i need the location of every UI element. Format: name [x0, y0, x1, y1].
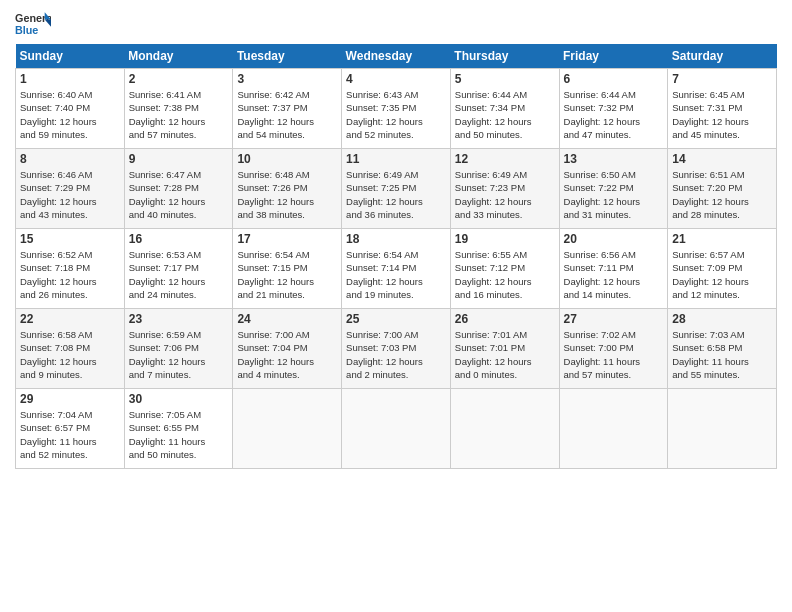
calendar-cell: 15Sunrise: 6:52 AM Sunset: 7:18 PM Dayli… [16, 229, 125, 309]
calendar-week-2: 8Sunrise: 6:46 AM Sunset: 7:29 PM Daylig… [16, 149, 777, 229]
day-number: 8 [20, 152, 120, 166]
col-header-saturday: Saturday [668, 44, 777, 69]
svg-text:Blue: Blue [15, 24, 38, 36]
day-detail: Sunrise: 6:53 AM Sunset: 7:17 PM Dayligh… [129, 248, 229, 301]
calendar-cell: 14Sunrise: 6:51 AM Sunset: 7:20 PM Dayli… [668, 149, 777, 229]
day-number: 7 [672, 72, 772, 86]
day-detail: Sunrise: 6:41 AM Sunset: 7:38 PM Dayligh… [129, 88, 229, 141]
calendar-cell: 19Sunrise: 6:55 AM Sunset: 7:12 PM Dayli… [450, 229, 559, 309]
day-detail: Sunrise: 7:03 AM Sunset: 6:58 PM Dayligh… [672, 328, 772, 381]
col-header-monday: Monday [124, 44, 233, 69]
calendar-cell: 16Sunrise: 6:53 AM Sunset: 7:17 PM Dayli… [124, 229, 233, 309]
day-detail: Sunrise: 6:59 AM Sunset: 7:06 PM Dayligh… [129, 328, 229, 381]
calendar-cell: 12Sunrise: 6:49 AM Sunset: 7:23 PM Dayli… [450, 149, 559, 229]
col-header-sunday: Sunday [16, 44, 125, 69]
calendar-cell: 6Sunrise: 6:44 AM Sunset: 7:32 PM Daylig… [559, 69, 668, 149]
day-detail: Sunrise: 6:54 AM Sunset: 7:14 PM Dayligh… [346, 248, 446, 301]
day-detail: Sunrise: 6:47 AM Sunset: 7:28 PM Dayligh… [129, 168, 229, 221]
day-detail: Sunrise: 6:44 AM Sunset: 7:32 PM Dayligh… [564, 88, 664, 141]
day-detail: Sunrise: 7:01 AM Sunset: 7:01 PM Dayligh… [455, 328, 555, 381]
day-number: 29 [20, 392, 120, 406]
calendar-cell: 29Sunrise: 7:04 AM Sunset: 6:57 PM Dayli… [16, 389, 125, 469]
day-detail: Sunrise: 6:58 AM Sunset: 7:08 PM Dayligh… [20, 328, 120, 381]
calendar-cell: 27Sunrise: 7:02 AM Sunset: 7:00 PM Dayli… [559, 309, 668, 389]
calendar-cell: 18Sunrise: 6:54 AM Sunset: 7:14 PM Dayli… [342, 229, 451, 309]
day-number: 4 [346, 72, 446, 86]
day-number: 14 [672, 152, 772, 166]
day-detail: Sunrise: 6:49 AM Sunset: 7:25 PM Dayligh… [346, 168, 446, 221]
calendar-table: SundayMondayTuesdayWednesdayThursdayFrid… [15, 44, 777, 469]
calendar-cell: 8Sunrise: 6:46 AM Sunset: 7:29 PM Daylig… [16, 149, 125, 229]
calendar-cell: 5Sunrise: 6:44 AM Sunset: 7:34 PM Daylig… [450, 69, 559, 149]
day-detail: Sunrise: 6:57 AM Sunset: 7:09 PM Dayligh… [672, 248, 772, 301]
col-header-friday: Friday [559, 44, 668, 69]
col-header-thursday: Thursday [450, 44, 559, 69]
day-detail: Sunrise: 6:51 AM Sunset: 7:20 PM Dayligh… [672, 168, 772, 221]
calendar-cell: 20Sunrise: 6:56 AM Sunset: 7:11 PM Dayli… [559, 229, 668, 309]
day-number: 15 [20, 232, 120, 246]
calendar-cell: 7Sunrise: 6:45 AM Sunset: 7:31 PM Daylig… [668, 69, 777, 149]
day-detail: Sunrise: 7:00 AM Sunset: 7:03 PM Dayligh… [346, 328, 446, 381]
day-detail: Sunrise: 6:40 AM Sunset: 7:40 PM Dayligh… [20, 88, 120, 141]
calendar-week-3: 15Sunrise: 6:52 AM Sunset: 7:18 PM Dayli… [16, 229, 777, 309]
day-detail: Sunrise: 6:49 AM Sunset: 7:23 PM Dayligh… [455, 168, 555, 221]
day-number: 5 [455, 72, 555, 86]
day-number: 30 [129, 392, 229, 406]
day-number: 1 [20, 72, 120, 86]
day-detail: Sunrise: 6:55 AM Sunset: 7:12 PM Dayligh… [455, 248, 555, 301]
calendar-cell [233, 389, 342, 469]
calendar-week-5: 29Sunrise: 7:04 AM Sunset: 6:57 PM Dayli… [16, 389, 777, 469]
day-detail: Sunrise: 6:56 AM Sunset: 7:11 PM Dayligh… [564, 248, 664, 301]
calendar-cell: 23Sunrise: 6:59 AM Sunset: 7:06 PM Dayli… [124, 309, 233, 389]
day-number: 17 [237, 232, 337, 246]
calendar-cell: 1Sunrise: 6:40 AM Sunset: 7:40 PM Daylig… [16, 69, 125, 149]
calendar-cell: 25Sunrise: 7:00 AM Sunset: 7:03 PM Dayli… [342, 309, 451, 389]
col-header-tuesday: Tuesday [233, 44, 342, 69]
calendar-cell: 3Sunrise: 6:42 AM Sunset: 7:37 PM Daylig… [233, 69, 342, 149]
day-number: 21 [672, 232, 772, 246]
day-number: 13 [564, 152, 664, 166]
calendar-cell: 11Sunrise: 6:49 AM Sunset: 7:25 PM Dayli… [342, 149, 451, 229]
day-detail: Sunrise: 6:46 AM Sunset: 7:29 PM Dayligh… [20, 168, 120, 221]
day-detail: Sunrise: 6:43 AM Sunset: 7:35 PM Dayligh… [346, 88, 446, 141]
day-number: 25 [346, 312, 446, 326]
calendar-cell: 17Sunrise: 6:54 AM Sunset: 7:15 PM Dayli… [233, 229, 342, 309]
calendar-cell: 24Sunrise: 7:00 AM Sunset: 7:04 PM Dayli… [233, 309, 342, 389]
day-number: 20 [564, 232, 664, 246]
col-header-wednesday: Wednesday [342, 44, 451, 69]
day-number: 6 [564, 72, 664, 86]
day-detail: Sunrise: 6:54 AM Sunset: 7:15 PM Dayligh… [237, 248, 337, 301]
day-detail: Sunrise: 6:52 AM Sunset: 7:18 PM Dayligh… [20, 248, 120, 301]
day-number: 28 [672, 312, 772, 326]
calendar-cell: 9Sunrise: 6:47 AM Sunset: 7:28 PM Daylig… [124, 149, 233, 229]
day-number: 26 [455, 312, 555, 326]
day-detail: Sunrise: 7:04 AM Sunset: 6:57 PM Dayligh… [20, 408, 120, 461]
day-detail: Sunrise: 6:50 AM Sunset: 7:22 PM Dayligh… [564, 168, 664, 221]
day-detail: Sunrise: 6:42 AM Sunset: 7:37 PM Dayligh… [237, 88, 337, 141]
day-number: 9 [129, 152, 229, 166]
calendar-cell [668, 389, 777, 469]
day-number: 10 [237, 152, 337, 166]
logo-icon: General Blue [15, 10, 51, 38]
calendar-cell: 2Sunrise: 6:41 AM Sunset: 7:38 PM Daylig… [124, 69, 233, 149]
day-number: 22 [20, 312, 120, 326]
day-detail: Sunrise: 7:00 AM Sunset: 7:04 PM Dayligh… [237, 328, 337, 381]
calendar-header-row: SundayMondayTuesdayWednesdayThursdayFrid… [16, 44, 777, 69]
day-detail: Sunrise: 7:02 AM Sunset: 7:00 PM Dayligh… [564, 328, 664, 381]
day-number: 12 [455, 152, 555, 166]
day-number: 24 [237, 312, 337, 326]
calendar-cell: 13Sunrise: 6:50 AM Sunset: 7:22 PM Dayli… [559, 149, 668, 229]
calendar-cell: 22Sunrise: 6:58 AM Sunset: 7:08 PM Dayli… [16, 309, 125, 389]
day-number: 23 [129, 312, 229, 326]
day-detail: Sunrise: 6:45 AM Sunset: 7:31 PM Dayligh… [672, 88, 772, 141]
day-number: 27 [564, 312, 664, 326]
calendar-cell: 26Sunrise: 7:01 AM Sunset: 7:01 PM Dayli… [450, 309, 559, 389]
day-number: 3 [237, 72, 337, 86]
day-detail: Sunrise: 7:05 AM Sunset: 6:55 PM Dayligh… [129, 408, 229, 461]
calendar-week-4: 22Sunrise: 6:58 AM Sunset: 7:08 PM Dayli… [16, 309, 777, 389]
calendar-cell: 4Sunrise: 6:43 AM Sunset: 7:35 PM Daylig… [342, 69, 451, 149]
logo: General Blue [15, 10, 51, 38]
day-number: 19 [455, 232, 555, 246]
day-number: 2 [129, 72, 229, 86]
day-detail: Sunrise: 6:44 AM Sunset: 7:34 PM Dayligh… [455, 88, 555, 141]
